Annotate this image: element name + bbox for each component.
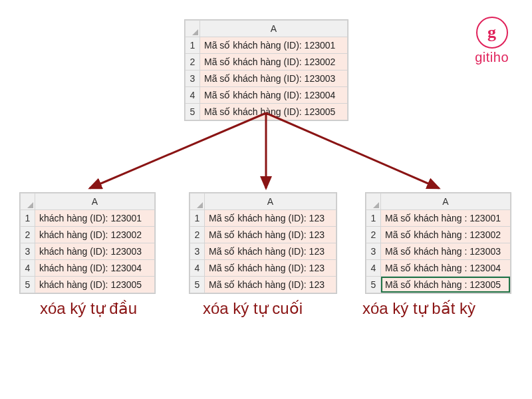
- row-header[interactable]: 4: [190, 260, 205, 277]
- cell[interactable]: Mã số khách hàng (ID): 123004: [200, 87, 348, 104]
- column-header-a[interactable]: A: [35, 194, 155, 210]
- cell[interactable]: Mã số khách hàng : 123004: [381, 260, 511, 277]
- cell[interactable]: Mã số khách hàng (ID): 123005: [200, 104, 348, 120]
- row-header[interactable]: 5: [186, 104, 200, 120]
- cell[interactable]: Mã số khách hàng (ID): 123003: [200, 70, 348, 87]
- row-header[interactable]: 4: [21, 260, 35, 277]
- caption-remove-last: xóa ký tự cuối: [203, 299, 303, 318]
- row-header[interactable]: 3: [21, 243, 35, 260]
- row-header[interactable]: 1: [21, 210, 35, 227]
- arrow-left-icon: [90, 113, 266, 188]
- cell[interactable]: khách hàng (ID): 123004: [35, 260, 155, 277]
- cell[interactable]: Mã số khách hàng (ID): 123: [205, 210, 336, 227]
- caption-remove-any: xóa ký tự bất kỳ: [362, 299, 475, 318]
- column-header-a[interactable]: A: [200, 21, 348, 37]
- cell[interactable]: khách hàng (ID): 123003: [35, 243, 155, 260]
- cell[interactable]: Mã số khách hàng (ID): 123: [205, 243, 336, 260]
- result-remove-any-chars: A 1Mã số khách hàng : 123001 2Mã số khác…: [366, 193, 511, 293]
- cell[interactable]: khách hàng (ID): 123001: [35, 210, 155, 227]
- result-remove-first-chars: A 1khách hàng (ID): 123001 2khách hàng (…: [20, 193, 155, 293]
- arrow-right-icon: [266, 113, 439, 188]
- cell[interactable]: Mã số khách hàng (ID): 123: [205, 277, 336, 293]
- row-header[interactable]: 5: [21, 277, 35, 293]
- row-header[interactable]: 2: [21, 227, 35, 243]
- cell[interactable]: Mã số khách hàng (ID): 123: [205, 227, 336, 243]
- select-all-corner[interactable]: [186, 21, 200, 37]
- row-header[interactable]: 4: [186, 87, 200, 104]
- cell[interactable]: khách hàng (ID): 123002: [35, 227, 155, 243]
- column-header-a[interactable]: A: [381, 194, 511, 210]
- row-header[interactable]: 1: [186, 37, 200, 54]
- logo-glyph: g: [481, 21, 503, 44]
- logo-circle-icon: g: [476, 17, 508, 49]
- source-spreadsheet: A 1Mã số khách hàng (ID): 123001 2Mã số …: [185, 20, 348, 120]
- cell[interactable]: Mã số khách hàng : 123001: [381, 210, 511, 227]
- brand-logo: g gitiho: [475, 17, 509, 65]
- cell[interactable]: Mã số khách hàng (ID): 123: [205, 260, 336, 277]
- result-remove-last-chars: A 1Mã số khách hàng (ID): 123 2Mã số khá…: [190, 193, 336, 293]
- cell[interactable]: Mã số khách hàng (ID): 123002: [200, 54, 348, 70]
- row-header[interactable]: 2: [366, 227, 381, 243]
- cell-selected[interactable]: Mã số khách hàng : 123005: [381, 277, 511, 293]
- select-all-corner[interactable]: [21, 194, 35, 210]
- row-header[interactable]: 3: [186, 70, 200, 87]
- row-header[interactable]: 3: [366, 243, 381, 260]
- select-all-corner[interactable]: [366, 194, 381, 210]
- column-header-a[interactable]: A: [205, 194, 336, 210]
- cell[interactable]: Mã số khách hàng : 123003: [381, 243, 511, 260]
- row-header[interactable]: 1: [190, 210, 205, 227]
- row-header[interactable]: 5: [366, 277, 381, 293]
- row-header[interactable]: 3: [190, 243, 205, 260]
- cell[interactable]: Mã số khách hàng : 123002: [381, 227, 511, 243]
- row-header[interactable]: 1: [366, 210, 381, 227]
- row-header[interactable]: 5: [190, 277, 205, 293]
- row-header[interactable]: 2: [190, 227, 205, 243]
- row-header[interactable]: 2: [186, 54, 200, 70]
- row-header[interactable]: 4: [366, 260, 381, 277]
- brand-name: gitiho: [475, 50, 509, 65]
- caption-remove-first: xóa ký tự đầu: [40, 299, 137, 318]
- flow-arrows: [0, 110, 532, 196]
- cell[interactable]: khách hàng (ID): 123005: [35, 277, 155, 293]
- select-all-corner[interactable]: [190, 194, 205, 210]
- cell[interactable]: Mã số khách hàng (ID): 123001: [200, 37, 348, 54]
